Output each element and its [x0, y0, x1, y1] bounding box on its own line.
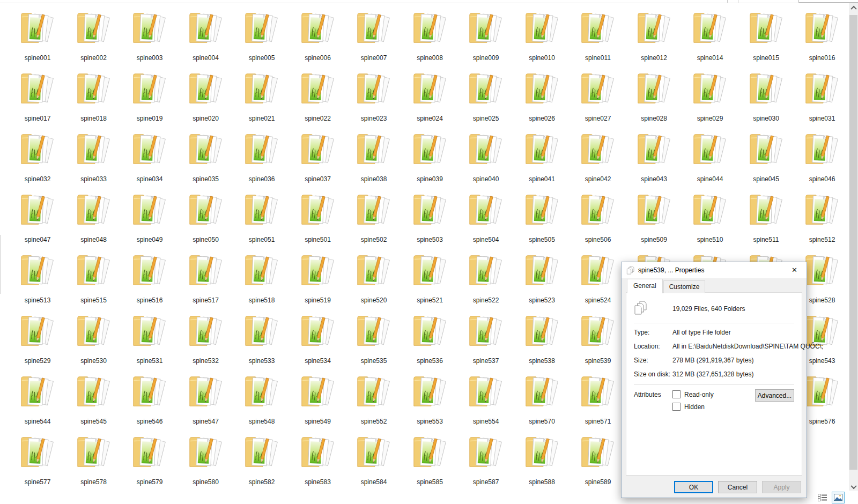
folder-item[interactable]: spine513 — [10, 251, 65, 305]
folder-item[interactable]: spine020 — [178, 70, 234, 123]
folder-item[interactable]: spine517 — [178, 251, 234, 305]
folder-item[interactable]: spine524 — [570, 251, 626, 305]
folder-item[interactable]: spine584 — [346, 433, 402, 487]
folder-item[interactable]: spine048 — [66, 191, 122, 244]
folder-item[interactable]: spine005 — [234, 9, 290, 63]
folder-item[interactable]: spine501 — [290, 191, 346, 244]
folder-item[interactable]: spine015 — [738, 9, 794, 63]
folder-item[interactable]: spine039 — [402, 130, 458, 184]
folder-item[interactable]: spine545 — [66, 373, 122, 426]
folder-item[interactable]: spine016 — [794, 9, 850, 63]
folder-item[interactable]: spine578 — [66, 433, 122, 487]
folder-item[interactable]: spine534 — [290, 312, 346, 366]
folder-item[interactable]: spine018 — [66, 70, 122, 123]
folder-item[interactable]: spine546 — [122, 373, 177, 426]
folder-item[interactable]: spine047 — [10, 191, 65, 244]
folder-item[interactable]: spine042 — [570, 130, 626, 184]
tab-general[interactable]: General — [627, 279, 663, 293]
folder-item[interactable]: spine553 — [402, 373, 458, 426]
folder-item[interactable]: spine579 — [122, 433, 177, 487]
apply-button[interactable]: Apply — [762, 481, 801, 493]
folder-item[interactable]: spine580 — [178, 433, 234, 487]
folder-item[interactable]: spine570 — [514, 373, 570, 426]
folder-item[interactable]: spine044 — [682, 130, 738, 184]
folder-item[interactable]: spine045 — [738, 130, 794, 184]
folder-item[interactable]: spine521 — [402, 251, 458, 305]
folder-item[interactable]: spine002 — [66, 9, 122, 63]
folder-item[interactable]: spine518 — [234, 251, 290, 305]
folder-item[interactable]: spine010 — [514, 9, 570, 63]
tab-customize[interactable]: Customize — [663, 280, 706, 293]
cancel-button[interactable]: Cancel — [718, 481, 757, 493]
folder-item[interactable]: spine036 — [234, 130, 290, 184]
folder-item[interactable]: spine544 — [10, 373, 65, 426]
folder-item[interactable]: spine585 — [402, 433, 458, 487]
folder-item[interactable]: spine038 — [346, 130, 402, 184]
folder-item[interactable]: spine515 — [66, 251, 122, 305]
folder-item[interactable]: spine531 — [122, 312, 177, 366]
folder-item[interactable]: spine533 — [234, 312, 290, 366]
folder-item[interactable]: spine532 — [178, 312, 234, 366]
folder-item[interactable]: spine041 — [514, 130, 570, 184]
ok-button[interactable]: OK — [674, 481, 713, 493]
folder-item[interactable]: spine006 — [290, 9, 346, 63]
folder-item[interactable]: spine022 — [290, 70, 346, 123]
folder-item[interactable]: spine510 — [682, 191, 738, 244]
folder-item[interactable]: spine025 — [458, 70, 514, 123]
folder-item[interactable]: spine506 — [570, 191, 626, 244]
folder-item[interactable]: spine024 — [402, 70, 458, 123]
checkbox[interactable] — [672, 403, 681, 411]
folder-item[interactable]: spine535 — [346, 312, 402, 366]
folder-item[interactable]: spine031 — [794, 70, 850, 123]
folder-item[interactable]: spine008 — [402, 9, 458, 63]
folder-item[interactable]: spine554 — [458, 373, 514, 426]
folder-item[interactable]: spine037 — [290, 130, 346, 184]
folder-item[interactable]: spine030 — [738, 70, 794, 123]
folder-item[interactable]: spine001 — [10, 9, 65, 63]
folder-item[interactable]: spine577 — [10, 433, 65, 487]
folder-item[interactable]: spine004 — [178, 9, 234, 63]
folder-item[interactable]: spine552 — [346, 373, 402, 426]
folder-item[interactable]: spine529 — [10, 312, 65, 366]
folder-item[interactable]: spine017 — [10, 70, 65, 123]
folder-item[interactable]: spine511 — [738, 191, 794, 244]
folder-item[interactable]: spine032 — [10, 130, 65, 184]
folder-item[interactable]: spine003 — [122, 9, 177, 63]
folder-item[interactable]: spine530 — [66, 312, 122, 366]
dialog-titlebar[interactable]: spine539, ... Properties ✕ — [622, 262, 807, 278]
folder-item[interactable]: spine539 — [570, 312, 626, 366]
folder-item[interactable]: spine512 — [794, 191, 850, 244]
folder-item[interactable]: spine583 — [290, 433, 346, 487]
folder-item[interactable]: spine547 — [178, 373, 234, 426]
scrollbar-thumb[interactable] — [849, 15, 857, 470]
folder-item[interactable]: spine049 — [122, 191, 177, 244]
folder-item[interactable]: spine011 — [570, 9, 626, 63]
folder-item[interactable]: spine549 — [290, 373, 346, 426]
folder-item[interactable]: spine522 — [458, 251, 514, 305]
folder-item[interactable]: spine007 — [346, 9, 402, 63]
scroll-up-button[interactable] — [849, 3, 858, 12]
folder-item[interactable]: spine538 — [514, 312, 570, 366]
folder-item[interactable]: spine026 — [514, 70, 570, 123]
folder-item[interactable]: spine536 — [402, 312, 458, 366]
folder-item[interactable]: spine050 — [178, 191, 234, 244]
checkbox[interactable] — [672, 390, 681, 398]
folder-item[interactable]: spine051 — [234, 191, 290, 244]
large-icons-view-button[interactable] — [832, 492, 845, 503]
folder-item[interactable]: spine027 — [570, 70, 626, 123]
folder-item[interactable]: spine029 — [682, 70, 738, 123]
folder-item[interactable]: spine028 — [626, 70, 682, 123]
folder-item[interactable]: spine505 — [514, 191, 570, 244]
folder-item[interactable]: spine519 — [290, 251, 346, 305]
folder-item[interactable]: spine587 — [458, 433, 514, 487]
folder-item[interactable]: spine589 — [570, 433, 626, 487]
folder-item[interactable]: spine014 — [682, 9, 738, 63]
folder-item[interactable]: spine043 — [626, 130, 682, 184]
vertical-scrollbar[interactable] — [849, 3, 858, 491]
folder-item[interactable]: spine012 — [626, 9, 682, 63]
details-view-button[interactable] — [818, 493, 827, 502]
folder-item[interactable]: spine040 — [458, 130, 514, 184]
folder-item[interactable]: spine537 — [458, 312, 514, 366]
advanced-button[interactable]: Advanced... — [755, 389, 794, 402]
folder-item[interactable]: spine019 — [122, 70, 177, 123]
